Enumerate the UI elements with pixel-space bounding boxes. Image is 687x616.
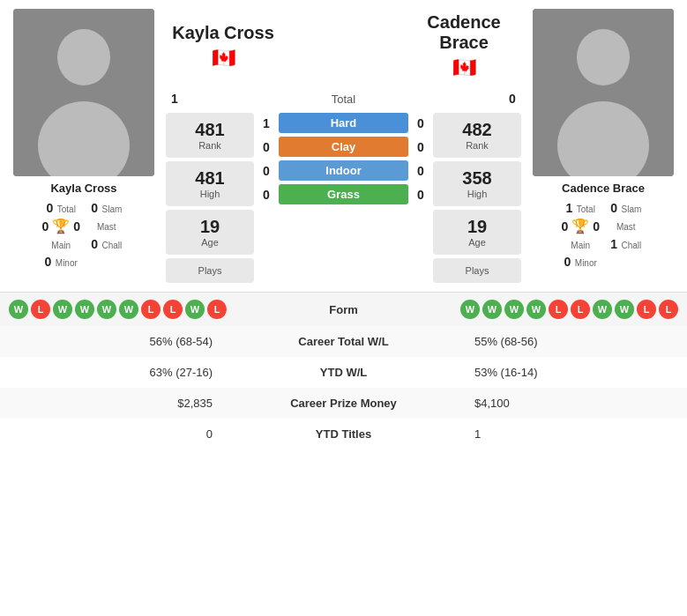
surface-row-hard: 1 Hard 0 — [258, 113, 429, 133]
form-badge-right: W — [460, 300, 480, 319]
career-stats-table: 56% (68-54) Career Total W/L 55% (68-56)… — [0, 326, 687, 449]
player-right-avatar — [533, 9, 674, 176]
form-badge-left: W — [97, 300, 116, 319]
right-high-card: 358 High — [433, 161, 521, 206]
surface-score-left: 1 — [258, 116, 275, 130]
surface-row-grass: 0 Grass 0 — [258, 184, 429, 204]
player-left-mast-label: Mast — [87, 218, 126, 234]
surface-badge-clay: Clay — [279, 137, 408, 157]
player-right-avatar-col: Cadence Brace 1 Total 0 Slam 0 🏆 0 Mast — [528, 9, 678, 270]
left-rank-card: 481 Rank — [166, 113, 254, 158]
player-right-minor: 0 Minor — [561, 254, 600, 270]
form-badge-left: L — [141, 300, 161, 319]
player-left-avatar — [13, 9, 154, 176]
form-badge-right: W — [593, 300, 612, 319]
player-right-total: 1 Total — [561, 200, 600, 216]
table-row: 63% (27-16) YTD W/L 53% (16-14) — [0, 357, 687, 388]
form-badge-left: W — [9, 300, 28, 319]
stat-label: Career Total W/L — [227, 326, 460, 357]
player-right-slam: 0 Slam — [607, 200, 646, 216]
player-right-name-top: Cadence Brace 🇨🇦 — [407, 12, 521, 79]
surface-row-indoor: 0 Indoor 0 — [258, 160, 429, 181]
player-left-mast: 0 🏆 0 — [41, 218, 80, 234]
total-score-row: 1 Total 0 — [166, 90, 521, 108]
total-label: Total — [187, 93, 500, 106]
player-left-chall: 0 Chall — [87, 236, 126, 252]
form-badge-left: L — [207, 300, 227, 319]
player-right-main-label: Main — [561, 236, 600, 252]
player-right-mast-label: Mast — [607, 218, 646, 234]
form-badge-right: L — [571, 300, 590, 319]
form-badge-left: W — [75, 300, 94, 319]
form-badge-right: W — [482, 300, 502, 319]
table-row: $2,835 Career Prize Money $4,100 — [0, 388, 687, 419]
surface-scores: 1 Hard 0 0 Clay 0 0 Indoor 0 0 Grass 0 — [258, 113, 429, 204]
stat-left: 63% (27-16) — [0, 357, 227, 388]
player-right-name: Cadence Brace — [562, 182, 645, 195]
center-col: Kayla Cross 🇨🇦 Cadence Brace 🇨🇦 1 Total … — [166, 9, 521, 283]
stat-left: $2,835 — [0, 388, 227, 419]
surface-score-right: 0 — [412, 116, 429, 130]
center-scores-area: 481 Rank 481 High 19 Age Plays — [166, 113, 521, 283]
table-row: 56% (68-54) Career Total W/L 55% (68-56) — [0, 326, 687, 357]
surface-score-left: 0 — [258, 140, 275, 154]
top-section: Kayla Cross 0 Total 0 Slam 0 🏆 0 Mast — [0, 0, 687, 292]
player-left-main-label: Main — [41, 236, 80, 252]
form-badge-left: W — [185, 300, 205, 319]
right-plays-card: Plays — [433, 258, 521, 283]
surface-badge-hard: Hard — [279, 113, 408, 133]
surface-badge-indoor: Indoor — [279, 160, 408, 181]
form-badge-right: W — [615, 300, 634, 319]
table-row: 0 YTD Titles 1 — [0, 419, 687, 449]
page-container: Kayla Cross 0 Total 0 Slam 0 🏆 0 Mast — [0, 0, 687, 449]
left-stat-col: 481 Rank 481 High 19 Age Plays — [166, 113, 254, 283]
stat-right: 1 — [460, 419, 687, 449]
trophy-icon-left: 🏆 — [52, 218, 70, 234]
surface-score-right: 0 — [412, 164, 429, 178]
surface-score-right: 0 — [412, 188, 429, 202]
total-score-right: 0 — [504, 92, 521, 106]
player-left-slam: 0 Slam — [87, 200, 126, 216]
stat-right: 53% (16-14) — [460, 357, 687, 388]
surface-score-left: 0 — [258, 188, 275, 202]
left-high-card: 481 High — [166, 161, 254, 206]
player-left-stats: 0 Total 0 Slam 0 🏆 0 Mast Main — [36, 200, 131, 270]
surface-score-right: 0 — [412, 140, 429, 154]
svg-point-1 — [57, 29, 110, 85]
player-left-total: 0 Total — [41, 200, 80, 216]
svg-point-4 — [577, 29, 630, 85]
right-stat-col: 482 Rank 358 High 19 Age Plays — [433, 113, 521, 283]
form-badge-left: L — [163, 300, 183, 319]
player-right-chall: 1 Chall — [607, 236, 646, 252]
form-badge-right: L — [659, 300, 678, 319]
surface-score-left: 0 — [258, 164, 275, 178]
player-right-stats: 1 Total 0 Slam 0 🏆 0 Mast Main — [556, 200, 650, 270]
form-section: WLWWWWLLWL Form WWWWLLWWLL — [0, 292, 687, 326]
form-badge-left: W — [119, 300, 138, 319]
right-rank-card: 482 Rank — [433, 113, 521, 158]
form-badge-right: W — [504, 300, 524, 319]
stat-label: YTD W/L — [227, 357, 460, 388]
left-plays-card: Plays — [166, 258, 254, 283]
player-left-name: Kayla Cross — [50, 182, 116, 195]
stat-label: Career Prize Money — [227, 388, 460, 419]
form-badge-left: L — [31, 300, 50, 319]
form-badge-right: W — [526, 300, 546, 319]
player-left-minor: 0 Minor — [41, 254, 80, 270]
player-left-name-top: Kayla Cross 🇨🇦 — [166, 23, 280, 70]
player-left-avatar-col: Kayla Cross 0 Total 0 Slam 0 🏆 0 Mast — [9, 9, 159, 270]
player-right-mast: 0 🏆 0 — [561, 218, 600, 234]
form-badges-right: WWWWLLWWLL — [460, 300, 678, 319]
right-age-card: 19 Age — [433, 210, 521, 255]
trophy-icon-right: 🏆 — [571, 218, 589, 234]
total-score-left: 1 — [166, 92, 183, 106]
stat-left: 56% (68-54) — [0, 326, 227, 357]
stat-right: 55% (68-56) — [460, 326, 687, 357]
stat-label: YTD Titles — [227, 419, 460, 449]
left-age-card: 19 Age — [166, 210, 254, 255]
form-badge-right: L — [637, 300, 656, 319]
surface-badge-grass: Grass — [279, 184, 408, 204]
surface-row-clay: 0 Clay 0 — [258, 137, 429, 157]
stat-left: 0 — [0, 419, 227, 449]
form-badge-left: W — [53, 300, 72, 319]
